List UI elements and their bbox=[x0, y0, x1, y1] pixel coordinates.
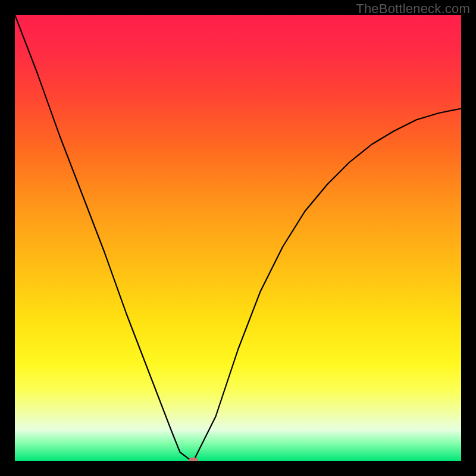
plot-area bbox=[15, 15, 461, 461]
bottleneck-curve bbox=[15, 15, 461, 461]
curve-layer bbox=[15, 15, 461, 461]
optimal-marker bbox=[189, 458, 198, 461]
chart-frame: TheBottleneck.com bbox=[0, 0, 476, 476]
